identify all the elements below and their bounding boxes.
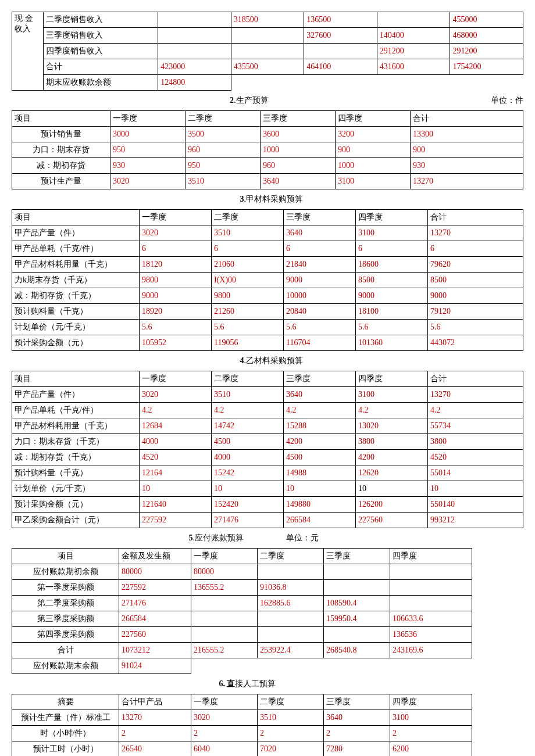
cell: 3640 bbox=[284, 225, 356, 241]
cell bbox=[191, 658, 472, 674]
cell: 960 bbox=[186, 142, 261, 158]
cell: 10 bbox=[140, 481, 212, 497]
cell: 423000 bbox=[158, 59, 231, 75]
cell: 3510 bbox=[258, 710, 324, 726]
cell: 3800 bbox=[428, 434, 523, 450]
cell: 5.6 bbox=[284, 320, 356, 335]
cell: 8500 bbox=[356, 273, 428, 288]
production-budget-table: 项目 一季度 二季度 三季度 四季度 合计 预计销售量3000350036003… bbox=[12, 110, 523, 189]
cell: 4.2 bbox=[140, 403, 212, 418]
cell: 136555.2 bbox=[191, 580, 258, 596]
cell bbox=[158, 44, 231, 59]
cell: 149880 bbox=[284, 497, 356, 513]
row-label: 预计销售量 bbox=[12, 127, 110, 142]
material-a-budget-table: 项目 一季度 二季度 三季度 四季度 合计 甲产品产量（件）3020351036… bbox=[12, 209, 523, 351]
cell: 1073212 bbox=[119, 643, 191, 658]
cell bbox=[324, 564, 390, 580]
row-label: 甲乙采购金额合计（元） bbox=[12, 513, 140, 528]
cell: 1754200 bbox=[450, 59, 523, 75]
cell: 55734 bbox=[428, 418, 523, 434]
cell: 14742 bbox=[212, 418, 284, 434]
cell: 327600 bbox=[304, 28, 377, 44]
cell: 3100 bbox=[356, 225, 428, 241]
cell: 5.6 bbox=[356, 320, 428, 335]
cell: 4500 bbox=[284, 450, 356, 465]
cell: 9800 bbox=[212, 288, 284, 304]
title-text: .甲材料采购预算 bbox=[244, 191, 523, 208]
row-label: 预计生产量（件）标准工 bbox=[12, 710, 119, 726]
cell: 1000 bbox=[261, 142, 336, 158]
row-label: 期末应收账款余额 bbox=[43, 75, 158, 91]
cell: 15242 bbox=[212, 465, 284, 481]
col-header: 二季度 bbox=[258, 549, 324, 564]
cell: 455000 bbox=[450, 12, 523, 28]
cell: 6 bbox=[212, 241, 284, 257]
cell: 291200 bbox=[450, 44, 523, 59]
cell: 6040 bbox=[191, 741, 258, 757]
col-header: 合计 bbox=[428, 210, 523, 225]
cell: 12620 bbox=[356, 465, 428, 481]
cell: 10 bbox=[356, 481, 428, 497]
cell: 105952 bbox=[140, 335, 212, 351]
cell: 3100 bbox=[390, 710, 472, 726]
title-text: .生产预算 bbox=[234, 92, 383, 109]
cell: 900 bbox=[336, 142, 411, 158]
cell: 13300 bbox=[411, 127, 523, 142]
cell: 79120 bbox=[428, 304, 523, 320]
direct-labor-table: 摘要 合计甲产品 一季度 二季度 三季度 四季度 预计生产量（件）标准工1327… bbox=[12, 694, 472, 756]
cell: 4000 bbox=[140, 434, 212, 450]
col-header: 二季度 bbox=[212, 371, 284, 387]
title-3: 3 .甲材料采购预算 bbox=[12, 191, 523, 208]
cell: 13270 bbox=[411, 174, 523, 189]
row-label: 预计采购金额（元） bbox=[12, 497, 140, 513]
cell: 12684 bbox=[140, 418, 212, 434]
cell: 91024 bbox=[119, 658, 191, 674]
cell: 318500 bbox=[231, 12, 304, 28]
cell: 930 bbox=[110, 158, 186, 174]
cell: 9000 bbox=[356, 288, 428, 304]
cell: 950 bbox=[186, 158, 261, 174]
cell: 106633.6 bbox=[390, 611, 472, 627]
cell: 960 bbox=[261, 158, 336, 174]
cell: 266584 bbox=[284, 513, 356, 528]
title-5: 5 .应付账款预算 单位：元 bbox=[12, 529, 523, 547]
row-label: 甲产品单耗（千克/件） bbox=[12, 403, 140, 418]
title-text: .乙材料采购预算 bbox=[244, 352, 523, 370]
col-header: 四季度 bbox=[390, 549, 472, 564]
row-label: 计划单价（元/千克） bbox=[12, 481, 140, 497]
cell: 3020 bbox=[191, 710, 258, 726]
cell: 13270 bbox=[428, 225, 523, 241]
cell: 271476 bbox=[212, 513, 284, 528]
cell: 9800 bbox=[140, 273, 212, 288]
cell: 13270 bbox=[428, 387, 523, 403]
unit-label: 单位：件 bbox=[383, 92, 523, 109]
cell: 993212 bbox=[428, 513, 523, 528]
cell: 3800 bbox=[356, 434, 428, 450]
cell: 136500 bbox=[304, 12, 377, 28]
cell: 4.2 bbox=[284, 403, 356, 418]
row-label: 预计购料量（千克） bbox=[12, 465, 140, 481]
cell: 2 bbox=[258, 726, 324, 741]
title-4: 4 .乙材料采购预算 bbox=[12, 352, 523, 370]
cell: 116704 bbox=[284, 335, 356, 351]
cell: 7280 bbox=[324, 741, 390, 757]
cell: 7020 bbox=[258, 741, 324, 757]
cell: 266584 bbox=[119, 611, 191, 627]
cell: 18100 bbox=[356, 304, 428, 320]
cell: 216555.2 bbox=[191, 643, 258, 658]
cell: 121640 bbox=[140, 497, 212, 513]
cell bbox=[390, 580, 472, 596]
title-2: 2 .生产预算 单位：件 bbox=[12, 92, 523, 109]
cell: 950 bbox=[110, 142, 186, 158]
cell: 136536 bbox=[390, 627, 472, 643]
cell: 3020 bbox=[110, 174, 186, 189]
material-b-budget-table: 项目 一季度 二季度 三季度 四季度 合计 甲产品产量（件）3020351036… bbox=[12, 371, 523, 528]
cell: 227592 bbox=[140, 513, 212, 528]
col-header: 金额及发生额 bbox=[119, 549, 191, 564]
cell: 20840 bbox=[284, 304, 356, 320]
cell: 3200 bbox=[336, 127, 411, 142]
col-header: 三季度 bbox=[324, 549, 390, 564]
cell: 3510 bbox=[212, 225, 284, 241]
cell: 13270 bbox=[119, 710, 191, 726]
cell: 435500 bbox=[231, 59, 304, 75]
